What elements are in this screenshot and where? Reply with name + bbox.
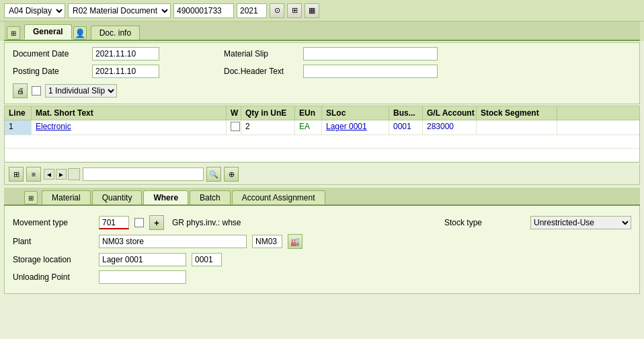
col-w: W xyxy=(227,106,241,120)
col-seg: Stock Segment xyxy=(477,106,557,120)
general-form: Document Date Material Slip Posting Date… xyxy=(4,42,640,104)
table-nav-bar: ⊞ ≡ ◄ ► 🔍 ⊕ xyxy=(4,164,640,185)
unloading-point-label: Unloading Point xyxy=(13,272,93,282)
posting-date-input[interactable] xyxy=(92,65,159,78)
table-filter-icon[interactable]: ≡ xyxy=(26,167,41,182)
storage-location-input[interactable] xyxy=(99,253,186,266)
col-eu: EUn xyxy=(295,106,322,120)
document-date-input[interactable] xyxy=(92,47,159,61)
cell-w-1 xyxy=(227,120,241,135)
col-bus: Bus... xyxy=(389,106,423,120)
grid-button[interactable]: ▦ xyxy=(305,3,319,18)
tab-quantity[interactable]: Quantity xyxy=(92,190,143,204)
movement-type-checkbox[interactable] xyxy=(134,218,144,227)
table-row-empty2 xyxy=(5,149,639,162)
where-tab-content: Movement type + GR phys.inv.: whse Stock… xyxy=(4,206,640,294)
cell-mat-1[interactable]: Electronic xyxy=(32,120,227,135)
checkbox-slip[interactable] xyxy=(32,86,41,96)
document-number-input[interactable] xyxy=(173,3,234,18)
tab-docinfo[interactable]: Doc. info xyxy=(91,26,140,40)
col-line: Line xyxy=(5,106,32,120)
print-icon[interactable]: 🖨 xyxy=(13,83,28,98)
search2-icon[interactable]: ⊕ xyxy=(224,167,239,182)
col-mat: Mat. Short Text xyxy=(32,106,227,120)
nav-right-btn[interactable]: ► xyxy=(56,169,67,180)
storage-location-code-input[interactable] xyxy=(192,253,222,266)
storage-location-label: Storage location xyxy=(13,255,93,264)
plant-icon-btn[interactable]: 🏭 xyxy=(288,234,303,249)
tab-icon-docinfo[interactable]: 👤 xyxy=(73,26,87,40)
tab-material[interactable]: Material xyxy=(42,190,91,204)
tab-batch[interactable]: Batch xyxy=(190,190,231,204)
table-search-input[interactable] xyxy=(83,167,204,181)
stock-type-select[interactable]: Unrestricted-Use xyxy=(530,216,631,229)
cell-line-1: 1 xyxy=(5,120,32,135)
tab-icon-general[interactable]: ⊞ xyxy=(7,26,20,40)
stock-type-label: Stock type xyxy=(444,218,525,227)
doc-header-text-label: Doc.Header Text xyxy=(224,67,298,76)
movement-type-label: Movement type xyxy=(13,218,93,227)
movement-type-desc: GR phys.inv.: whse xyxy=(172,218,241,227)
cell-bus-1: 0001 xyxy=(389,120,423,135)
transaction-select[interactable]: A04 Display xyxy=(4,3,65,18)
doc-header-text-input[interactable] xyxy=(303,65,438,78)
nav-left-btn[interactable]: ◄ xyxy=(44,169,54,180)
year-input[interactable] xyxy=(237,3,267,18)
execute-button[interactable]: ⊙ xyxy=(270,3,284,18)
unloading-point-input[interactable] xyxy=(99,270,186,284)
save-button[interactable]: ⊞ xyxy=(287,3,302,18)
table-header: Line Mat. Short Text W Qty in UnE EUn SL… xyxy=(5,106,639,120)
cell-eun-1: EA xyxy=(295,120,322,135)
movement-type-input[interactable] xyxy=(99,216,129,229)
bottom-tab-bar: ⊞ Material Quantity Where Batch Account … xyxy=(4,188,640,206)
col-gl: G/L Account xyxy=(423,106,477,120)
table-settings-icon[interactable]: ⊞ xyxy=(9,167,24,182)
table-row[interactable]: 1 Electronic 2 EA Lager 0001 0001 283000 xyxy=(5,120,639,135)
tab-where[interactable]: Where xyxy=(143,190,188,204)
top-tab-bar: ⊞ General 👤 Doc. info xyxy=(4,22,640,41)
search-icon[interactable]: 🔍 xyxy=(206,167,221,182)
movement-type-plus-btn[interactable]: + xyxy=(149,215,164,230)
col-sloc: SLoc xyxy=(322,106,389,120)
cell-sloc-1[interactable]: Lager 0001 xyxy=(322,120,389,135)
main-toolbar: A04 Display R02 Material Document ⊙ ⊞ ▦ xyxy=(0,0,644,22)
cell-seg-1 xyxy=(477,120,557,135)
document-date-label: Document Date xyxy=(13,49,87,59)
row-checkbox-1[interactable] xyxy=(231,122,240,131)
slip-dropdown[interactable]: 1 Individual Slip xyxy=(45,84,117,98)
material-slip-label: Material Slip xyxy=(224,49,298,59)
table-row-empty xyxy=(5,135,639,149)
cell-gl-1: 283000 xyxy=(423,120,477,135)
plant-name-input[interactable] xyxy=(99,235,247,248)
posting-date-label: Posting Date xyxy=(13,67,87,76)
plant-code-input[interactable] xyxy=(252,235,282,248)
tab-general[interactable]: General xyxy=(24,24,72,40)
nav-arrows: ◄ ► xyxy=(44,168,80,180)
document-type-select[interactable]: R02 Material Document xyxy=(68,3,171,18)
nav-scroll[interactable] xyxy=(68,168,80,180)
plant-label: Plant xyxy=(13,237,93,246)
col-qty: Qty in UnE xyxy=(241,106,295,120)
tab-account-assignment[interactable]: Account Assignment xyxy=(232,190,325,204)
material-slip-input[interactable] xyxy=(303,47,438,61)
bottom-tab-icon[interactable]: ⊞ xyxy=(24,191,38,204)
cell-qty-1: 2 xyxy=(241,120,295,135)
